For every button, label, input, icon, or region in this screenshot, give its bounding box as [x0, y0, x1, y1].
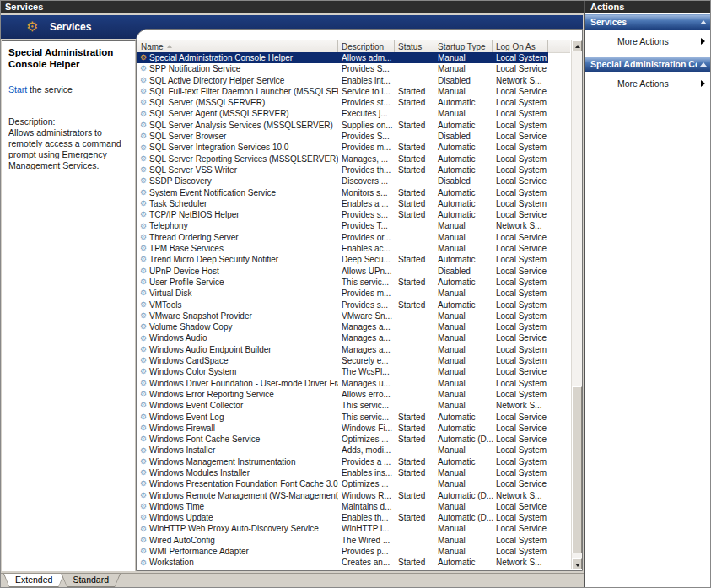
actions-section-bar[interactable]: Services [585, 14, 711, 30]
table-row[interactable]: ⚙UPnP Device HostAllows UPn...DisabledLo… [137, 266, 570, 277]
table-row[interactable]: ⚙VMToolsProvides s...StartedAutomaticLoc… [137, 299, 570, 310]
service-status-cell: Started [395, 142, 434, 153]
table-row[interactable]: ⚙Windows CardSpaceSecurely e...ManualLoc… [137, 355, 570, 366]
table-row[interactable]: ⚙SPP Notification ServiceProvides S...Ma… [137, 63, 570, 74]
service-logon-cell: Local System [493, 254, 548, 265]
service-gear-icon: ⚙ [140, 402, 147, 409]
table-row[interactable]: ⚙Windows AudioManages a...ManualLocal Se… [137, 332, 570, 343]
scrollbar-thumb[interactable] [572, 386, 582, 553]
table-row[interactable]: ⚙TCP/IP NetBIOS HelperProvides s...Start… [137, 209, 570, 220]
service-logon-cell: Network S... [493, 220, 548, 231]
table-row[interactable]: ⚙TPM Base ServicesEnables ac...ManualLoc… [137, 243, 570, 254]
table-row[interactable]: ⚙WMI Performance AdapterProvides p...Man… [137, 546, 570, 557]
table-row[interactable]: ⚙Windows Font Cache ServiceOptimizes ...… [137, 434, 570, 445]
table-row[interactable]: ⚙Windows Presentation Foundation Font Ca… [137, 478, 570, 489]
table-row[interactable]: ⚙System Event Notification ServiceMonito… [137, 187, 570, 198]
service-name-cell: ⚙Windows Font Cache Service [137, 434, 338, 445]
table-row[interactable]: ⚙Virtual DiskProvides m...ManualLocal Sy… [137, 288, 570, 299]
service-gear-icon: ⚙ [140, 200, 147, 208]
service-name-cell: ⚙Telephony [137, 220, 338, 231]
service-gear-icon: ⚙ [140, 301, 147, 309]
service-name: TPM Base Services [149, 243, 224, 254]
table-row[interactable]: ⚙Windows InstallerAdds, modi...ManualLoc… [137, 445, 570, 456]
actions-section-bar[interactable]: Special Administration Cons... [585, 57, 711, 72]
service-logon-cell: Local System [493, 310, 548, 321]
table-row[interactable]: ⚙Windows FirewallWindows Fi...StartedAut… [137, 423, 570, 434]
service-name-cell: ⚙Windows Driver Foundation - User-mode D… [137, 378, 338, 389]
table-row[interactable]: ⚙Wired AutoConfigThe Wired ...ManualLoca… [137, 535, 570, 546]
table-row[interactable]: ⚙Volume Shadow CopyManages a...ManualLoc… [137, 321, 570, 332]
table-row[interactable]: ⚙Windows UpdateEnables th...StartedAutom… [137, 512, 570, 523]
table-row[interactable]: ⚙Windows TimeMaintains d...ManualLocal S… [137, 501, 570, 512]
service-startup-type-cell: Automatic [434, 97, 493, 108]
tab-standard[interactable]: Standard [61, 574, 121, 587]
service-description-cell: Provides st... [338, 97, 395, 108]
service-status-cell [395, 52, 434, 63]
column-header-description[interactable]: Description [338, 40, 395, 52]
table-row[interactable]: ⚙Windows Audio Endpoint BuilderManages a… [137, 344, 570, 355]
table-row[interactable]: ⚙SQL Server Reporting Services (MSSQLSER… [137, 154, 570, 165]
table-row[interactable]: ⚙Windows Driver Foundation - User-mode D… [137, 378, 570, 389]
table-row[interactable]: ⚙Thread Ordering ServerProvides or...Man… [137, 232, 570, 243]
service-startup-type-cell: Manual [434, 389, 493, 400]
service-name: SSDP Discovery [149, 175, 212, 186]
table-row[interactable]: ⚙SQL Server Integration Services 10.0Pro… [137, 142, 570, 153]
table-row[interactable]: ⚙Windows Event LogThis servic...StartedA… [137, 412, 570, 423]
table-row[interactable]: ⚙SQL Active Directory Helper ServiceEnab… [137, 75, 570, 86]
more-actions-item[interactable]: More Actions [585, 72, 711, 95]
scroll-down-button[interactable] [572, 558, 582, 569]
scroll-up-button[interactable] [572, 40, 582, 51]
service-description-cell: Provides p... [338, 546, 395, 557]
table-row[interactable]: ⚙SQL Server (MSSQLSERVER)Provides st...S… [137, 97, 570, 108]
table-row[interactable]: ⚙SQL Server Analysis Services (MSSQLSERV… [137, 120, 570, 131]
table-row[interactable]: ⚙WorkstationCreates an...StartedAutomati… [137, 557, 570, 568]
table-row[interactable]: ⚙Windows Modules InstallerEnables ins...… [137, 467, 570, 478]
table-row[interactable]: ⚙Special Administration Console HelperAl… [137, 52, 570, 63]
table-row[interactable]: ⚙Windows Color SystemThe WcsPl...ManualL… [137, 366, 570, 377]
service-logon-cell: Network S... [493, 490, 548, 501]
table-row[interactable]: ⚙TelephonyProvides T...ManualNetwork S..… [137, 220, 570, 231]
services-gear-icon: ⚙ [26, 18, 38, 36]
service-logon-cell: Local System [493, 288, 548, 299]
table-row[interactable]: ⚙Windows Event CollectorThis servic...Ma… [137, 400, 570, 411]
table-row[interactable]: ⚙SQL Server VSS WriterProvides th...Star… [137, 165, 570, 175]
view-header-title: Services [50, 15, 91, 39]
service-name: User Profile Service [149, 277, 224, 288]
service-startup-type-cell: Disabled [434, 75, 493, 86]
table-row[interactable]: ⚙SQL Full-text Filter Daemon Launcher (M… [137, 86, 570, 97]
column-header-status[interactable]: Status [395, 40, 434, 52]
table-row[interactable]: ⚙WinHTTP Web Proxy Auto-Discovery Servic… [137, 523, 570, 534]
table-row[interactable]: ⚙Task SchedulerEnables a ...StartedAutom… [137, 198, 570, 209]
start-service-line: Start the service [8, 84, 128, 94]
service-name: UPnP Device Host [149, 266, 219, 277]
table-row[interactable]: ⚙Windows Management InstrumentationProvi… [137, 456, 570, 467]
table-row[interactable]: ⚙User Profile ServiceThis servic...Start… [137, 277, 570, 288]
service-description-cell: Executes j... [338, 108, 395, 119]
table-row[interactable]: ⚙SQL Server BrowserProvides S...Disabled… [137, 131, 570, 142]
service-status-cell [395, 310, 434, 321]
table-row[interactable]: ⚙Trend Micro Deep Security NotifierDeep … [137, 254, 570, 265]
vertical-scrollbar[interactable] [571, 40, 582, 569]
service-startup-type-cell: Automatic (D... [434, 490, 493, 501]
table-row[interactable]: ⚙VMware Snapshot ProviderVMware Sn...Man… [137, 310, 570, 321]
service-description-cell: This servic... [338, 412, 395, 423]
scroll-down-icon [575, 564, 580, 567]
table-row[interactable]: ⚙Windows Error Reporting ServiceAllows e… [137, 389, 570, 400]
service-name-cell: ⚙VMware Snapshot Provider [137, 310, 338, 321]
service-startup-type-cell: Automatic [434, 412, 493, 423]
service-description-cell: Manages, ... [338, 154, 395, 165]
service-description-cell: Provides or... [338, 232, 395, 243]
table-row[interactable]: ⚙SSDP DiscoveryDiscovers ...DisabledLoca… [137, 175, 570, 186]
column-header-startup-type[interactable]: Startup Type [434, 40, 493, 52]
table-row[interactable]: ⚙Windows Remote Management (WS-Managemen… [137, 490, 570, 501]
start-service-link[interactable]: Start [8, 84, 27, 94]
column-header-log-on-as[interactable]: Log On As [493, 40, 548, 52]
more-actions-item[interactable]: More Actions [585, 30, 711, 53]
service-name-cell: ⚙Wired AutoConfig [137, 535, 338, 546]
table-row[interactable]: ⚙SQL Server Agent (MSSQLSERVER)Executes … [137, 108, 570, 119]
service-gear-icon: ⚙ [140, 99, 147, 106]
tab-extended[interactable]: Extended [3, 574, 64, 587]
column-header-name[interactable]: Name [137, 40, 338, 52]
service-status-cell [395, 243, 434, 254]
services-list-view: NameDescriptionStatusStartup TypeLog On … [136, 29, 583, 571]
